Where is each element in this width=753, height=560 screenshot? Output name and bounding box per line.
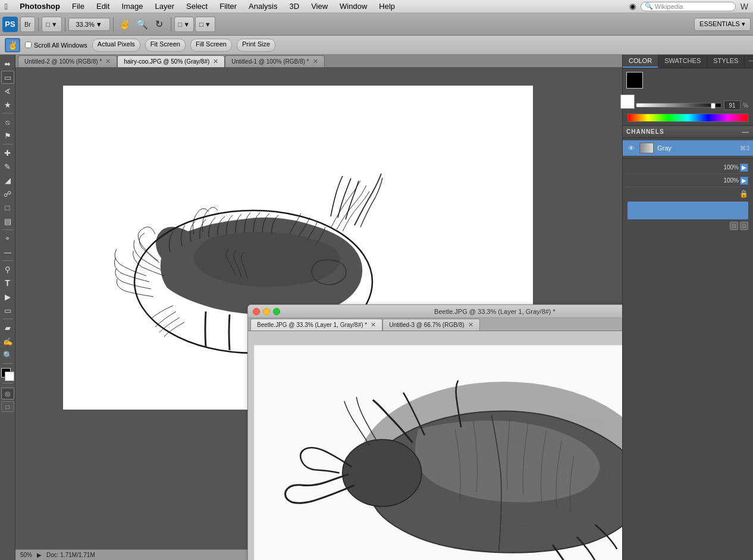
beetle-tab-1[interactable]: Beetle.JPG @ 33.3% (Layer 1, Gray/8#) * …	[250, 319, 382, 331]
hairy-status-icon[interactable]: ▶	[37, 552, 42, 558]
menu-window[interactable]: Window	[335, 1, 372, 12]
rotate-tool-button[interactable]: ↻	[151, 17, 168, 32]
background-color-panel[interactable]	[620, 95, 635, 109]
shape-tool[interactable]: ▭	[1, 304, 14, 317]
gray-channel-row[interactable]: 👁 Gray ⌘3	[623, 140, 753, 156]
menu-edit[interactable]: Edit	[92, 1, 114, 12]
tool-sep-1	[2, 113, 13, 114]
foreground-background-color[interactable]	[1, 368, 14, 381]
layer-bar[interactable]	[628, 202, 748, 219]
swatches-tab[interactable]: SWATCHES	[658, 55, 707, 68]
menu-view[interactable]: View	[306, 1, 332, 12]
background-color-swatch[interactable]	[5, 372, 14, 381]
blur-tool[interactable]: ⚬	[1, 232, 14, 245]
screen-toggle[interactable]: □ ▼	[174, 17, 194, 32]
text-tool[interactable]: T	[1, 276, 14, 290]
channels-title: CHANNELS	[626, 128, 664, 135]
zoom-dropdown[interactable]: 33.3% ▼	[68, 18, 110, 31]
layer-small-buttons: □ □	[625, 221, 751, 231]
zoom-arrow-1[interactable]: ▶	[740, 163, 748, 172]
menu-layer[interactable]: Layer	[150, 1, 180, 12]
menu-help[interactable]: Help	[374, 1, 400, 12]
search-bar[interactable]: 🔍 Wikipedia	[641, 2, 736, 11]
extras-toggle[interactable]: □ ▼	[195, 17, 215, 32]
brush-tool[interactable]: ✎	[1, 160, 14, 173]
scroll-all-windows-checkbox[interactable]: Scroll All Windows	[25, 42, 87, 49]
zoom-tool-left[interactable]: 🔍	[1, 348, 14, 361]
tab-hairy-coo[interactable]: hairy-coo.JPG @ 50% (Gray/8#) ✕	[117, 55, 225, 67]
layer-btn-2[interactable]: □	[740, 222, 748, 230]
styles-tab[interactable]: STYLES	[707, 55, 745, 68]
print-size-button[interactable]: Print Size	[237, 39, 275, 52]
crop-tool[interactable]: ⍉	[1, 115, 14, 128]
eraser-tool[interactable]: □	[1, 201, 14, 214]
beetle-tab-close-2[interactable]: ✕	[468, 322, 473, 328]
channels-collapse[interactable]: —	[742, 128, 749, 136]
menu-photoshop[interactable]: Photoshop	[15, 1, 65, 12]
layer-btn-1[interactable]: □	[730, 222, 738, 230]
canvas-size-dropdown[interactable]: □ ▼	[42, 17, 62, 32]
record-icon[interactable]: ◉	[629, 2, 636, 11]
tab-close-3[interactable]: ✕	[313, 58, 318, 65]
actual-pixels-button[interactable]: Actual Pixels	[92, 39, 140, 52]
maximize-button[interactable]	[273, 308, 280, 315]
zoom-arrow-2[interactable]: ▶	[740, 177, 748, 185]
eyedropper-tool[interactable]: ⚑	[1, 129, 14, 142]
tab-close-2[interactable]: ✕	[213, 58, 218, 65]
toolbar-separator-4	[171, 17, 171, 32]
close-button[interactable]	[253, 308, 260, 315]
fill-screen-button[interactable]: Fill Screen	[190, 39, 232, 52]
beetle-tab-2[interactable]: Untitled-3 @ 66.7% (RGB/8) ✕	[382, 319, 479, 331]
quick-mask-button[interactable]: ◎	[1, 388, 14, 399]
foreground-color-panel[interactable]	[626, 72, 643, 89]
apple-menu[interactable]: 	[5, 2, 8, 11]
color-spectrum[interactable]	[628, 114, 748, 122]
essentials-button[interactable]: ESSENTIALS ▾	[694, 18, 751, 31]
path-select-tool[interactable]: ▶	[1, 290, 14, 303]
search-icon: 🔍	[645, 2, 653, 10]
pen-tool[interactable]: ⚲	[1, 263, 14, 276]
toolbox: ⬌ ▭ ∢ ★ ⍉ ⚑ ✚ ✎ ◢ ☍ □ ▤ ⚬ ⸻ ⚲ T ▶ ▭ ▰ ✍ …	[0, 55, 15, 560]
quick-select-tool[interactable]: ★	[1, 98, 14, 111]
color-tab[interactable]: COLOR	[623, 55, 658, 68]
clone-tool[interactable]: ◢	[1, 174, 14, 187]
move-tool[interactable]: ⬌	[1, 57, 14, 70]
optionsbar: ✌ Scroll All Windows Actual Pixels Fit S…	[0, 36, 753, 55]
gradient-tool[interactable]: ▤	[1, 215, 14, 228]
scroll-all-windows-check[interactable]	[25, 42, 32, 48]
menu-file[interactable]: File	[67, 1, 89, 12]
beetle-tab-close-1[interactable]: ✕	[371, 322, 376, 328]
channel-visibility-eye[interactable]: 👁	[626, 143, 636, 153]
menu-image[interactable]: Image	[117, 1, 148, 12]
hand-tool-left[interactable]: ✍	[1, 335, 14, 348]
lasso-tool[interactable]: ∢	[1, 84, 14, 97]
fit-screen-button[interactable]: Fit Screen	[145, 39, 186, 52]
history-brush-tool[interactable]: ☍	[1, 187, 14, 200]
k-value-input[interactable]: 91	[724, 100, 741, 110]
menu-3d[interactable]: 3D	[285, 1, 305, 12]
bridge-button[interactable]: Br	[20, 17, 35, 32]
menu-select[interactable]: Select	[181, 1, 212, 12]
wikipedia-icon[interactable]: W	[741, 2, 748, 11]
menu-analysis[interactable]: Analysis	[244, 1, 282, 12]
channels-header[interactable]: CHANNELS —	[623, 126, 753, 138]
tab-untitled2[interactable]: Untitled-2 @ 100% (RGB/8) * ✕	[18, 55, 117, 67]
screen-mode-button[interactable]: □	[1, 401, 14, 412]
tab-close-1[interactable]: ✕	[105, 58, 111, 65]
3d-tool[interactable]: ▰	[1, 321, 14, 334]
color-panel-options[interactable]: —	[745, 55, 753, 68]
marquee-tool[interactable]: ▭	[1, 71, 14, 84]
beetle-window-title: Beetle.JPG @ 33.3% (Layer 1, Gray/8#) *	[284, 308, 622, 315]
tab-untitled1[interactable]: Untitled-1 @ 100% (RGB/8) * ✕	[225, 55, 324, 67]
channel-thumbnail	[639, 143, 654, 153]
k-slider[interactable]	[636, 103, 721, 108]
minimize-button[interactable]	[263, 308, 270, 315]
color-swatches-area	[623, 68, 753, 99]
healing-brush-tool[interactable]: ✚	[1, 146, 14, 159]
menu-filter[interactable]: Filter	[215, 1, 241, 12]
k-slider-thumb[interactable]	[711, 103, 716, 109]
hand-tool-button[interactable]: ✌	[117, 17, 133, 32]
layers-section: 100% ▶ 100% ▶ 🔒 □ □	[623, 159, 753, 560]
zoom-tool-button[interactable]: 🔍	[134, 17, 150, 32]
dodge-tool[interactable]: ⸻	[1, 246, 14, 259]
